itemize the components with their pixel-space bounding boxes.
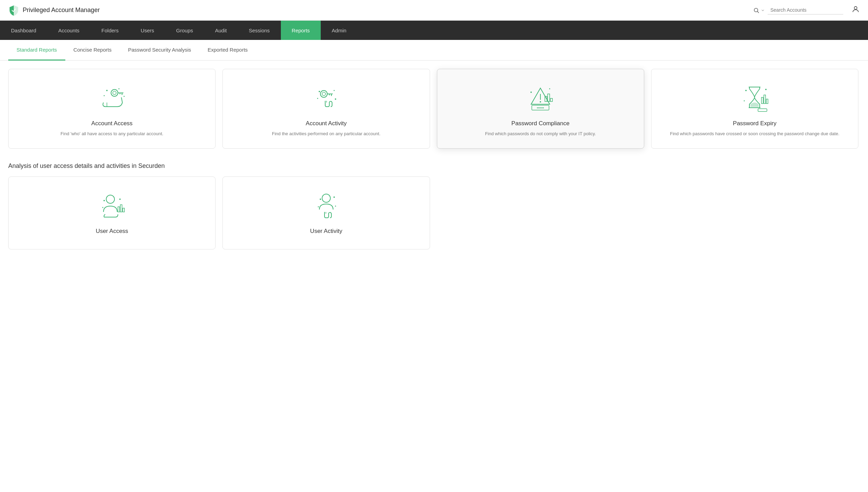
user-icon[interactable] <box>851 5 860 15</box>
svg-point-4 <box>113 91 116 95</box>
main-content: Account Access Find 'who' all have acces… <box>0 61 868 258</box>
svg-rect-35 <box>766 99 768 104</box>
search-icon <box>753 7 759 13</box>
account-icon <box>851 5 860 13</box>
card-password-compliance-icon: •••••• <box>525 80 556 115</box>
logo-area: Privileged Account Manager <box>8 5 100 16</box>
svg-point-21 <box>335 98 336 100</box>
card-password-expiry[interactable]: Password Expiry Find which passwords hav… <box>651 69 858 149</box>
nav-item-admin[interactable]: Admin <box>321 21 358 40</box>
svg-point-39 <box>765 89 767 90</box>
card-account-activity[interactable]: Account Activity Find the activities per… <box>222 69 430 149</box>
section2-heading: Analysis of user access details and acti… <box>8 162 860 170</box>
svg-point-18 <box>319 91 320 92</box>
search-toggle[interactable] <box>753 7 765 13</box>
svg-point-40 <box>106 195 114 203</box>
svg-point-52 <box>335 205 336 206</box>
card-user-access-title: User Access <box>96 228 128 235</box>
svg-point-37 <box>745 90 747 91</box>
standard-reports-cards: Account Access Find 'who' all have acces… <box>8 69 860 149</box>
card-password-compliance[interactable]: •••••• Password Compliance Find which pa… <box>437 69 644 149</box>
svg-point-2 <box>854 7 857 9</box>
card-password-expiry-icon <box>739 80 770 115</box>
card-account-access-desc: Find 'who' all have access to any partic… <box>61 130 163 137</box>
card-account-access-icon <box>97 80 128 115</box>
svg-point-11 <box>123 96 124 97</box>
nav-item-audit[interactable]: Audit <box>204 21 238 40</box>
card-user-activity-title: User Activity <box>310 228 342 235</box>
svg-rect-42 <box>120 205 122 212</box>
top-bar: Privileged Account Manager <box>0 0 868 21</box>
card-account-activity-desc: Find the activities performed on any par… <box>272 130 381 137</box>
logo-icon <box>8 5 19 16</box>
svg-point-9 <box>103 95 105 96</box>
svg-point-0 <box>754 8 758 12</box>
svg-rect-41 <box>118 207 120 212</box>
svg-line-1 <box>757 11 759 13</box>
svg-rect-36 <box>758 109 767 111</box>
search-area <box>753 5 860 15</box>
tab-concise-reports[interactable]: Concise Reports <box>65 40 120 61</box>
card-account-access[interactable]: Account Access Find 'who' all have acces… <box>8 69 216 149</box>
nav-item-groups[interactable]: Groups <box>165 21 204 40</box>
nav-item-dashboard[interactable]: Dashboard <box>0 21 47 40</box>
svg-rect-25 <box>548 94 550 101</box>
svg-point-12 <box>320 90 327 97</box>
svg-point-30 <box>549 88 550 89</box>
card-account-access-title: Account Access <box>91 120 133 127</box>
card-password-compliance-title: Password Compliance <box>512 120 570 127</box>
svg-point-13 <box>322 92 326 96</box>
nav-item-reports[interactable]: Reports <box>281 21 321 40</box>
app-title: Privileged Account Manager <box>23 7 100 14</box>
svg-rect-26 <box>550 98 552 101</box>
card-password-expiry-title: Password Expiry <box>733 120 777 127</box>
card-password-expiry-desc: Find which passwords have crossed or soo… <box>670 130 839 137</box>
search-input[interactable] <box>768 6 843 14</box>
chevron-down-icon <box>761 8 765 12</box>
tab-exported-reports[interactable]: Exported Reports <box>199 40 256 61</box>
svg-point-44 <box>103 200 105 201</box>
svg-point-47 <box>322 194 330 202</box>
svg-point-19 <box>317 98 318 99</box>
svg-rect-43 <box>123 208 124 212</box>
nav-item-sessions[interactable]: Sessions <box>238 21 281 40</box>
card-user-activity-icon <box>311 188 342 222</box>
card-user-access[interactable]: User Access <box>8 177 216 249</box>
svg-point-51 <box>333 196 335 198</box>
svg-point-29 <box>530 92 532 93</box>
nav-item-folders[interactable]: Folders <box>90 21 130 40</box>
tab-standard-reports[interactable]: Standard Reports <box>8 40 65 61</box>
nav-item-users[interactable]: Users <box>130 21 165 40</box>
card-password-compliance-desc: Find which passwords do not comply with … <box>485 130 596 137</box>
tabs-bar: Standard Reports Concise Reports Passwor… <box>0 40 868 61</box>
tab-password-security[interactable]: Password Security Analysis <box>120 40 199 61</box>
card-user-activity[interactable]: User Activity <box>222 177 430 249</box>
svg-point-45 <box>102 207 103 208</box>
svg-rect-33 <box>761 97 763 104</box>
card-account-activity-icon <box>311 80 342 115</box>
user-reports-cards: User Access <box>8 177 860 249</box>
svg-rect-34 <box>764 95 766 104</box>
svg-point-23 <box>540 101 541 103</box>
card-user-access-icon <box>97 188 128 222</box>
svg-text:••••••: •••••• <box>537 106 545 110</box>
svg-point-46 <box>119 199 121 200</box>
svg-point-3 <box>111 89 118 96</box>
nav-bar: Dashboard Accounts Folders Users Groups … <box>0 21 868 40</box>
svg-point-50 <box>318 206 319 207</box>
card-account-activity-title: Account Activity <box>306 120 347 127</box>
nav-item-accounts[interactable]: Accounts <box>47 21 90 40</box>
svg-point-20 <box>333 90 334 91</box>
svg-point-38 <box>744 100 745 101</box>
svg-point-8 <box>106 90 108 91</box>
svg-point-49 <box>320 199 321 200</box>
svg-point-10 <box>118 88 119 89</box>
